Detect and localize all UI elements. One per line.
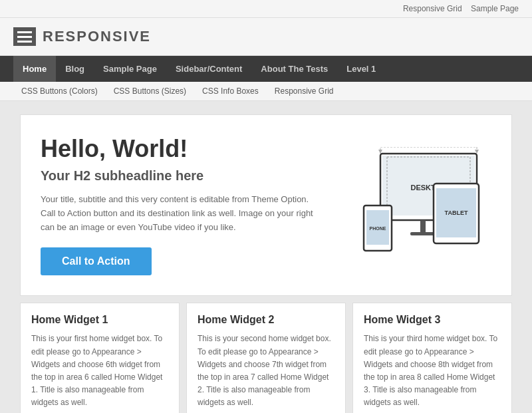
top-bar-responsive-grid[interactable]: Responsive Grid [403,4,462,13]
widget-1-body: This is your first home widget box. To e… [31,333,168,409]
widgets-section: Home Widget 1 This is your first home wi… [20,303,512,413]
nav-item-sample-page[interactable]: Sample Page [94,56,166,82]
site-logo: RESPONSIVE [13,27,151,46]
top-bar: Responsive Grid Sample Page [0,0,532,18]
nav-item-about[interactable]: About The Tests [251,56,337,82]
widget-2-body: This is your second home widget box. To … [198,333,334,409]
top-bar-sample-page[interactable]: Sample Page [471,4,519,13]
widget-box-2: Home Widget 2 This is your second home w… [186,303,346,413]
widget-1-title: Home Widget 1 [31,314,168,326]
nav-item-blog[interactable]: Blog [56,56,94,82]
hero-section: Hello, World! Your H2 subheadline here Y… [20,114,512,296]
sub-nav-css-buttons-sizes[interactable]: CSS Buttons (Sizes) [106,82,194,100]
svg-text:PHONE: PHONE [369,226,386,231]
sub-nav-css-info-boxes[interactable]: CSS Info Boxes [194,82,267,100]
widget-3-body: This is your third home widget box. To e… [364,333,501,409]
widget-2-title: Home Widget 2 [198,314,334,326]
sub-nav-responsive-grid[interactable]: Responsive Grid [267,82,342,100]
logo-text: RESPONSIVE [43,28,151,45]
devices-illustration: DESKTOP TABLET PHONE [340,147,483,263]
nav-item-sidebar[interactable]: Sidebar/Content [166,56,251,82]
widget-box-3: Home Widget 3 This is your third home wi… [352,303,512,413]
page-wrapper: Hello, World! Your H2 subheadline here Y… [13,101,519,413]
cta-button[interactable]: Call to Action [41,247,152,275]
site-header: RESPONSIVE [0,18,532,56]
hero-h1: Hello, World! [41,135,319,163]
hero-text: Hello, World! Your H2 subheadline here Y… [41,135,319,275]
svg-rect-2 [420,220,426,232]
hero-body: Your title, subtitle and this very conte… [41,193,319,234]
widget-3-title: Home Widget 3 [364,314,501,326]
main-nav: Home Blog Sample Page Sidebar/Content Ab… [0,56,532,82]
logo-icon [13,27,36,46]
sub-nav-css-buttons-colors[interactable]: CSS Buttons (Colors) [13,82,106,100]
svg-text:TABLET: TABLET [444,209,467,216]
hero-h2: Your H2 subheadline here [41,168,319,184]
nav-item-home[interactable]: Home [13,56,56,82]
nav-item-level1[interactable]: Level 1 [337,56,385,82]
hero-image: DESKTOP TABLET PHONE [332,135,491,275]
sub-nav: CSS Buttons (Colors) CSS Buttons (Sizes)… [0,82,532,101]
svg-rect-3 [410,232,436,235]
widget-box-1: Home Widget 1 This is your first home wi… [20,303,180,413]
